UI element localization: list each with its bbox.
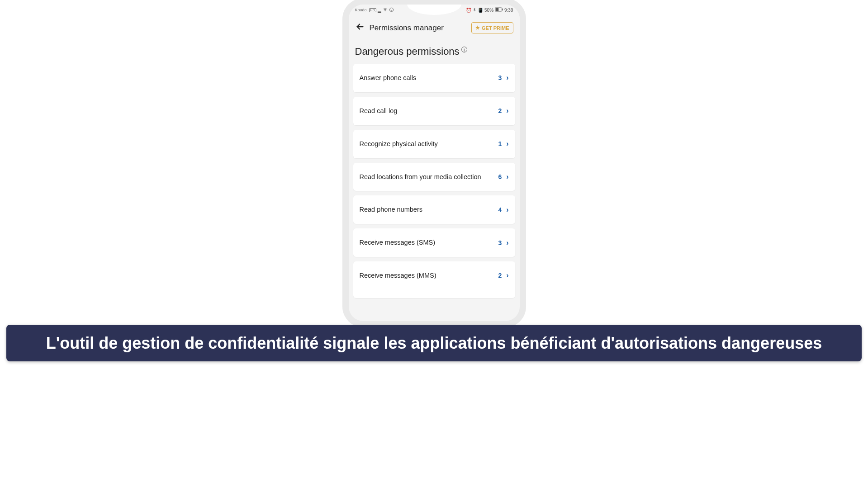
whatsapp-icon (389, 7, 394, 13)
permission-row[interactable]: Answer phone calls 3 › (353, 64, 515, 92)
permission-count: 4 (498, 206, 502, 213)
permission-label: Read call log (360, 107, 494, 115)
permission-count: 1 (498, 140, 502, 147)
permission-count: 6 (498, 173, 502, 180)
caption-text: L'outil de gestion de confidentialité si… (20, 333, 848, 353)
status-right: ⏰ 📳 50% 9:39 (466, 7, 513, 13)
alarm-icon: ⏰ (466, 8, 471, 13)
section-title: Dangerous permissions (355, 46, 460, 57)
star-icon: ★ (475, 25, 480, 31)
permission-list: Answer phone calls 3 › Read call log 2 ›… (349, 64, 520, 298)
permission-row[interactable]: Receive messages (SMS) 3 › (353, 228, 515, 257)
permission-label: Receive messages (MMS) (360, 271, 494, 280)
chevron-right-icon: › (506, 271, 508, 280)
svg-rect-4 (496, 8, 499, 11)
permission-label: Read locations from your media collectio… (360, 173, 494, 181)
permission-label: Read phone numbers (360, 205, 494, 214)
app-header: Permissions manager ★ GET PRIME (349, 15, 520, 38)
info-icon[interactable]: i (461, 47, 467, 52)
hd-badge: HD (369, 8, 376, 12)
get-prime-label: GET PRIME (482, 25, 509, 31)
permission-row[interactable]: Read locations from your media collectio… (353, 163, 515, 191)
svg-point-0 (385, 10, 385, 11)
wifi-icon (383, 7, 388, 13)
svg-rect-3 (502, 9, 503, 11)
signal-icon: ▂ (378, 8, 381, 13)
vibrate-icon: 📳 (478, 8, 483, 13)
permission-count: 2 (498, 107, 502, 114)
chevron-right-icon: › (506, 173, 508, 181)
chevron-right-icon: › (506, 239, 508, 247)
chevron-right-icon: › (506, 74, 508, 82)
permission-label: Receive messages (SMS) (360, 238, 494, 247)
section-header: Dangerous permissions i (349, 38, 520, 64)
get-prime-button[interactable]: ★ GET PRIME (471, 22, 513, 33)
permission-row[interactable]: Read call log 2 › (353, 97, 515, 125)
back-arrow-icon[interactable] (355, 22, 365, 34)
carrier-label: Koodo (355, 8, 367, 12)
status-left: Koodo HD ▂ (355, 7, 394, 13)
clock-text: 9:39 (504, 8, 513, 13)
caption-banner: L'outil de gestion de confidentialité si… (6, 325, 862, 361)
permission-row[interactable]: Read phone numbers 4 › (353, 195, 515, 224)
permission-row[interactable]: Recognize physical activity 1 › (353, 130, 515, 158)
chevron-right-icon: › (506, 107, 508, 115)
phone-frame: Koodo HD ▂ ⏰ 📳 50% 9:39 Perm (349, 5, 520, 321)
permission-count: 2 (498, 272, 502, 279)
battery-percent: 50% (484, 8, 493, 13)
permission-row[interactable]: Receive messages (MMS) 2 › (353, 261, 515, 298)
permission-label: Recognize physical activity (360, 140, 494, 148)
page-title: Permissions manager (370, 24, 467, 33)
battery-icon (495, 7, 503, 13)
permission-count: 3 (498, 74, 502, 81)
permission-count: 3 (498, 239, 502, 246)
svg-point-1 (389, 8, 393, 11)
permission-label: Answer phone calls (360, 74, 494, 82)
chevron-right-icon: › (506, 206, 508, 214)
chevron-right-icon: › (506, 140, 508, 148)
bluetooth-icon (473, 7, 476, 13)
